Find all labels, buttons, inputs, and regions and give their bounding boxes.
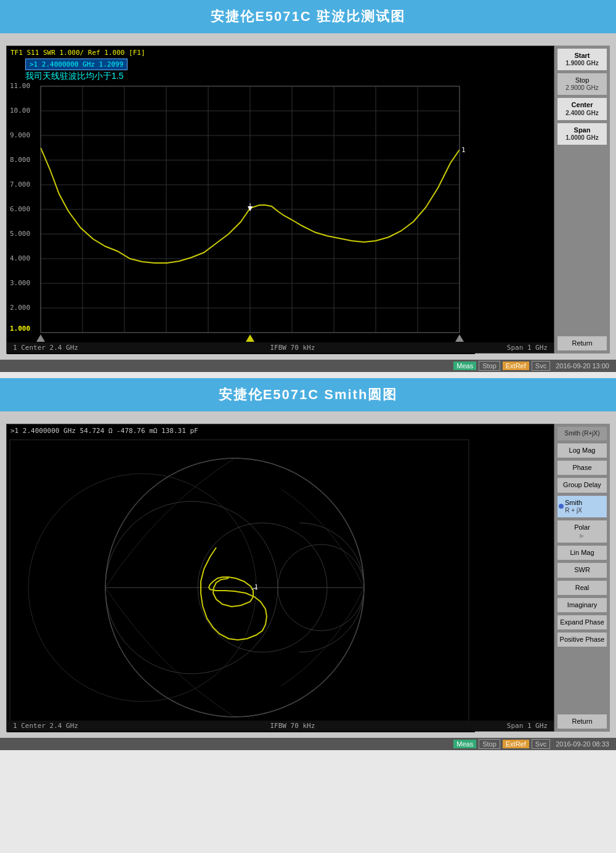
svg-text:7.000: 7.000 <box>10 180 30 188</box>
swr-chinese-label: 我司天线驻波比均小于1.5 <box>25 71 123 82</box>
s1-status-meas: Meas <box>453 362 476 370</box>
center-sub: 2.4000 GHz <box>559 110 606 117</box>
section2-header: 安捷伦E5071C Smith圆图 <box>0 378 616 411</box>
smith-bottom-left: 1 Center 2.4 GHz <box>13 722 78 730</box>
smith-groupdelay-btn[interactable]: Group Delay <box>557 477 607 493</box>
smith-bottom-center: IFBW 70 kHz <box>270 722 315 730</box>
section2-panel: >1 2.4000000 GHz 54.724 Ω -478.76 mΩ 138… <box>0 411 616 738</box>
svg-text:6.000: 6.000 <box>10 205 30 213</box>
polar-label: Polar <box>559 524 606 532</box>
smith-chart-area: >1 2.4000000 GHz 54.724 Ω -478.76 mΩ 138… <box>6 424 554 732</box>
smith-swr-btn[interactable]: SWR <box>557 562 607 578</box>
section1-status-bar: Meas Stop ExtRef Svc 2016-09-20 13:00 <box>0 360 616 372</box>
stop-sub: 2.9000 GHz <box>559 84 606 92</box>
svg-rect-41 <box>7 424 475 732</box>
smith-return-btn[interactable]: Return <box>557 714 607 729</box>
smith-chart-bottom: 1 Center 2.4 GHz IFBW 70 kHz Span 1 GHz <box>7 721 554 731</box>
span-label: Span <box>559 126 606 134</box>
swr-return-btn[interactable]: Return <box>557 336 607 351</box>
swr-svg: 11.00 10.00 9.000 8.000 7.000 6.000 5.00… <box>7 46 475 354</box>
smith-real-btn[interactable]: Real <box>557 580 607 596</box>
smith-svg: 1 <box>7 424 475 732</box>
svg-text:3.000: 3.000 <box>10 279 30 287</box>
start-sub: 1.9000 GHz <box>559 60 606 67</box>
section1-header: 安捷伦E5071C 驻波比测试图 <box>0 0 616 33</box>
svg-text:8.000: 8.000 <box>10 156 30 164</box>
svg-text:2.000: 2.000 <box>10 304 30 312</box>
svg-text:1: 1 <box>254 584 258 591</box>
swr-span-btn[interactable]: Span 1.0000 GHz <box>557 123 607 145</box>
section1-title: 安捷伦E5071C 驻波比测试图 <box>211 9 405 24</box>
smith-bottom-right: Span 1 GHz <box>507 722 548 730</box>
center-label: Center <box>559 101 606 109</box>
svg-text:4.000: 4.000 <box>10 254 30 262</box>
swr-bottom-right: Span 1 GHz <box>507 344 548 352</box>
span-sub: 1.0000 GHz <box>559 134 606 142</box>
smith-linmag-btn[interactable]: Lin Mag <box>557 545 607 560</box>
start-label: Start <box>559 52 606 60</box>
section-gap <box>0 372 616 378</box>
stop-label: Stop <box>559 76 606 84</box>
section1-panel: TF1 S11 SWR 1.000/ Ref 1.000 [F1] >1 2.4… <box>0 33 616 360</box>
swr-stop-btn[interactable]: Stop 2.9000 GHz <box>557 73 607 95</box>
svg-text:1: 1 <box>461 146 466 154</box>
s1-status-time: 2016-09-20 13:00 <box>553 362 612 370</box>
smith-positive-phase-btn[interactable]: Positive Phase <box>557 632 607 647</box>
s1-status-stop: Stop <box>479 361 500 371</box>
smith-return-label: Return <box>559 718 606 726</box>
linmag-label: Lin Mag <box>559 549 606 557</box>
return-label: Return <box>559 339 606 347</box>
smith-header-label: Smith (R+jX) <box>559 430 606 437</box>
svg-text:10.00: 10.00 <box>10 107 30 115</box>
logmag-label: Log Mag <box>559 447 606 455</box>
real-label: Real <box>559 584 606 592</box>
swr-label: SWR <box>559 566 606 574</box>
s2-status-extref: ExtRef <box>503 740 529 748</box>
svg-text:1.000: 1.000 <box>10 325 30 333</box>
s2-status-meas: Meas <box>453 740 476 748</box>
s2-status-stop: Stop <box>479 739 500 749</box>
phase-label: Phase <box>559 464 606 472</box>
swr-start-btn[interactable]: Start 1.9000 GHz <box>557 48 607 71</box>
smith-imaginary-btn[interactable]: Imaginary <box>557 597 607 613</box>
swr-bottom-center: IFBW 70 kHz <box>270 344 315 352</box>
positive-phase-label: Positive Phase <box>559 636 606 644</box>
smith-polar-btn[interactable]: Polar ▶ <box>557 520 607 543</box>
section2-sidebar: Smith (R+jX) Log Mag Phase Group Delay S… <box>554 424 610 732</box>
swr-center-btn[interactable]: Center 2.4000 GHz <box>557 97 607 120</box>
expand-phase-label: Expand Phase <box>559 618 606 626</box>
smith-label: Smith <box>565 499 582 507</box>
s1-status-extref: ExtRef <box>503 362 529 370</box>
smith-chart-label: >1 2.4000000 GHz 54.724 Ω -478.76 mΩ 138… <box>10 427 198 435</box>
swr-bottom-left: 1 Center 2.4 GHz <box>13 344 78 352</box>
smith-logmag-btn[interactable]: Log Mag <box>557 443 607 458</box>
swr-chart-area: TF1 S11 SWR 1.000/ Ref 1.000 [F1] >1 2.4… <box>6 46 554 354</box>
s2-status-svc: Svc <box>532 739 550 749</box>
smith-header-btn: Smith (R+jX) <box>557 426 607 441</box>
section2-status-bar: Meas Stop ExtRef Svc 2016-09-20 08:33 <box>0 738 616 750</box>
s2-status-time: 2016-09-20 08:33 <box>553 740 612 748</box>
svg-text:11.00: 11.00 <box>10 82 30 90</box>
smith-smith-btn[interactable]: Smith R + jX <box>557 495 607 518</box>
swr-chart-bottom: 1 Center 2.4 GHz IFBW 70 kHz Span 1 GHz <box>7 342 554 353</box>
groupdelay-label: Group Delay <box>559 481 606 489</box>
smith-expand-phase-btn[interactable]: Expand Phase <box>557 615 607 630</box>
smith-sub: R + jX <box>565 507 582 514</box>
swr-marker-box: >1 2.4000000 GHz 1.2099 <box>25 59 128 70</box>
smith-phase-btn[interactable]: Phase <box>557 460 607 475</box>
imaginary-label: Imaginary <box>559 601 606 609</box>
svg-text:9.000: 9.000 <box>10 131 30 139</box>
swr-chart-label: TF1 S11 SWR 1.000/ Ref 1.000 [F1] <box>10 49 145 57</box>
svg-text:5.000: 5.000 <box>10 230 30 238</box>
section1-sidebar: Start 1.9000 GHz Stop 2.9000 GHz Center … <box>554 46 610 354</box>
section2-title: 安捷伦E5071C Smith圆图 <box>219 387 398 402</box>
s1-status-svc: Svc <box>532 361 550 371</box>
